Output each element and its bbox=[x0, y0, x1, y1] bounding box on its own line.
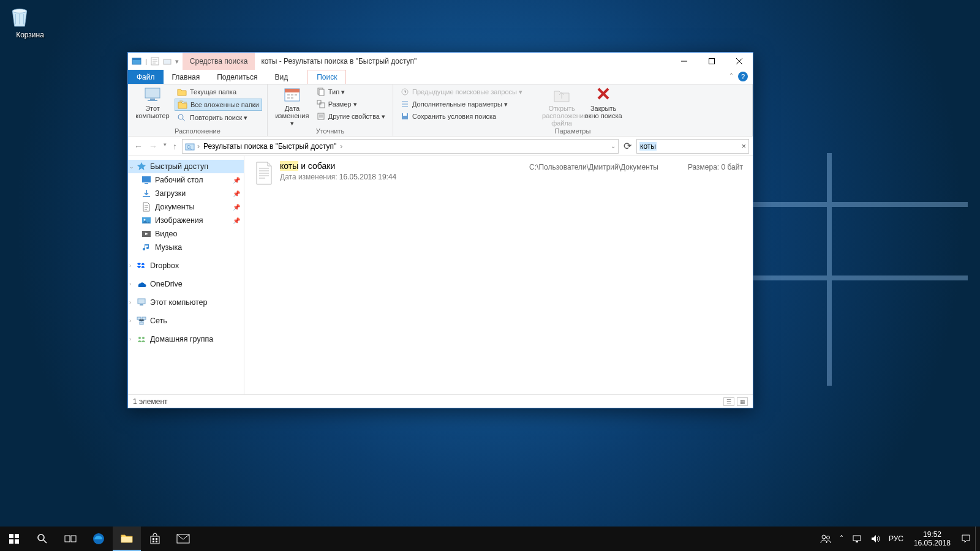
size-button[interactable]: Размер ▾ bbox=[314, 99, 388, 110]
svg-point-0 bbox=[12, 9, 26, 13]
window-body: ⌄ Быстрый доступ Рабочий стол📌 Загрузки📌… bbox=[128, 156, 753, 394]
tray-chevron[interactable]: ˄ bbox=[835, 527, 848, 551]
people-icon bbox=[820, 533, 831, 544]
view-details-button[interactable]: ☰ bbox=[723, 397, 734, 406]
search-button[interactable] bbox=[28, 527, 56, 551]
search-box[interactable]: коты × bbox=[636, 139, 749, 154]
svg-rect-7 bbox=[150, 99, 155, 100]
ribbon-group-location: Этот компьютер Текущая папка Все вложенн… bbox=[128, 84, 268, 136]
taskbar-explorer[interactable] bbox=[113, 527, 141, 551]
kind-button[interactable]: Тип ▾ bbox=[314, 86, 388, 97]
search-again-button[interactable]: Повторить поиск ▾ bbox=[175, 112, 262, 123]
all-subfolders-button[interactable]: Все вложенные папки bbox=[175, 99, 262, 111]
tab-view[interactable]: Вид bbox=[266, 70, 296, 84]
titlebar[interactable]: | ▾ Средства поиска коты - Результаты по… bbox=[128, 53, 753, 70]
expand-icon[interactable]: › bbox=[129, 263, 131, 269]
task-view-button[interactable] bbox=[56, 527, 85, 551]
result-filename: коты и собаки bbox=[280, 161, 396, 171]
tray-clock[interactable]: 19:52 16.05.2018 bbox=[908, 530, 957, 547]
crumb-sep[interactable]: › bbox=[340, 142, 342, 151]
svg-rect-51 bbox=[856, 541, 858, 542]
mail-icon bbox=[176, 534, 190, 544]
nav-up-button[interactable]: ↑ bbox=[173, 141, 177, 151]
nav-forward-button[interactable]: → bbox=[149, 141, 157, 151]
nav-homegroup[interactable]: › Домашняя группа bbox=[128, 332, 244, 346]
nav-recent-dropdown[interactable]: ▾ bbox=[164, 141, 167, 151]
current-folder-button[interactable]: Текущая папка bbox=[175, 86, 262, 97]
new-folder-icon[interactable] bbox=[163, 57, 172, 66]
taskbar-mail[interactable] bbox=[169, 527, 197, 551]
nav-dropbox[interactable]: › Dropbox bbox=[128, 259, 244, 272]
results-pane[interactable]: коты и собаки Дата изменения: 16.05.2018… bbox=[244, 156, 753, 394]
svg-rect-23 bbox=[145, 183, 148, 184]
help-icon[interactable]: ? bbox=[738, 72, 748, 81]
onedrive-icon bbox=[137, 279, 146, 289]
nav-quick-access[interactable]: ⌄ Быстрый доступ bbox=[128, 160, 244, 173]
view-icons-button[interactable]: ▦ bbox=[737, 397, 748, 406]
star-icon bbox=[137, 162, 146, 171]
nav-pictures[interactable]: Изображения📌 bbox=[128, 214, 244, 227]
nav-onedrive[interactable]: › OneDrive bbox=[128, 277, 244, 291]
collapse-ribbon-icon[interactable]: ˄ bbox=[729, 72, 733, 81]
svg-rect-37 bbox=[15, 539, 19, 544]
notification-icon bbox=[961, 534, 971, 544]
svg-rect-5 bbox=[709, 59, 714, 64]
nav-back-button[interactable]: ← bbox=[134, 141, 143, 151]
nav-documents[interactable]: Документы📌 bbox=[128, 200, 244, 214]
taskbar-edge[interactable] bbox=[85, 527, 113, 551]
other-props-button[interactable]: Другие свойства ▾ bbox=[314, 111, 388, 122]
advanced-options-button[interactable]: Дополнительные параметры ▾ bbox=[398, 99, 525, 110]
folders-icon bbox=[178, 100, 187, 109]
addr-dropdown-icon[interactable]: ⌄ bbox=[611, 143, 616, 149]
svg-rect-16 bbox=[318, 113, 324, 119]
search-result[interactable]: коты и собаки Дата изменения: 16.05.2018… bbox=[254, 161, 743, 186]
nav-network[interactable]: › Сеть bbox=[128, 314, 244, 328]
people-button[interactable] bbox=[816, 527, 835, 551]
nav-videos[interactable]: Видео bbox=[128, 227, 244, 241]
recycle-bin[interactable]: Корзина bbox=[7, 5, 53, 39]
address-bar[interactable]: › Результаты поиска в "Быстрый доступ" ›… bbox=[182, 139, 619, 154]
tray-network[interactable] bbox=[848, 527, 866, 551]
expand-icon[interactable]: › bbox=[129, 299, 131, 305]
svg-point-38 bbox=[38, 534, 44, 541]
navigation-pane[interactable]: ⌄ Быстрый доступ Рабочий стол📌 Загрузки📌… bbox=[128, 156, 244, 394]
tray-ime[interactable]: РУС bbox=[884, 527, 908, 551]
properties-icon[interactable] bbox=[151, 57, 159, 66]
desktop[interactable]: Корзина | ▾ Средства поиска коты - Резул… bbox=[0, 0, 980, 551]
tray-volume[interactable] bbox=[866, 527, 884, 551]
svg-rect-35 bbox=[15, 534, 19, 538]
save-search-button[interactable]: Сохранить условия поиска bbox=[398, 111, 525, 122]
desktop-icon bbox=[141, 175, 151, 185]
nav-this-pc[interactable]: › Этот компьютер bbox=[128, 296, 244, 309]
nav-desktop[interactable]: Рабочий стол📌 bbox=[128, 173, 244, 187]
tab-search[interactable]: Поиск bbox=[307, 70, 346, 84]
maximize-button[interactable] bbox=[698, 53, 725, 70]
minimize-button[interactable] bbox=[670, 53, 698, 70]
navbar: ← → ▾ ↑ › Результаты поиска в "Быстрый д… bbox=[128, 137, 753, 156]
tab-home[interactable]: Главная bbox=[164, 70, 209, 84]
tab-share[interactable]: Поделиться bbox=[208, 70, 266, 84]
this-pc-button[interactable]: Этот компьютер bbox=[133, 86, 172, 119]
close-button[interactable] bbox=[725, 53, 753, 70]
taskbar-store[interactable] bbox=[141, 527, 169, 551]
nav-music[interactable]: Музыка bbox=[128, 241, 244, 254]
svg-point-49 bbox=[826, 536, 829, 539]
action-center-button[interactable] bbox=[957, 527, 975, 551]
start-button[interactable] bbox=[0, 527, 28, 551]
nav-downloads[interactable]: Загрузки📌 bbox=[128, 187, 244, 200]
kind-icon bbox=[317, 88, 325, 96]
show-desktop-button[interactable] bbox=[975, 527, 980, 551]
expand-icon[interactable]: › bbox=[129, 318, 131, 324]
recycle-bin-label: Корзина bbox=[7, 31, 53, 39]
clear-search-icon[interactable]: × bbox=[741, 141, 746, 151]
expand-icon[interactable]: › bbox=[129, 336, 131, 342]
close-search-button[interactable]: Закрыть окно поиска bbox=[584, 86, 623, 119]
taskbar[interactable]: ˄ РУС 19:52 16.05.2018 bbox=[0, 527, 980, 551]
breadcrumb[interactable]: Результаты поиска в "Быстрый доступ" bbox=[202, 142, 337, 151]
qat-customize-icon[interactable]: ▾ bbox=[175, 58, 179, 66]
tab-file[interactable]: Файл bbox=[128, 70, 164, 84]
date-modified-button[interactable]: Дата изменения ▾ bbox=[273, 86, 312, 127]
expand-icon[interactable]: › bbox=[129, 281, 131, 287]
refresh-button[interactable]: ⟳ bbox=[621, 140, 634, 152]
expand-icon[interactable]: ⌄ bbox=[129, 163, 134, 170]
